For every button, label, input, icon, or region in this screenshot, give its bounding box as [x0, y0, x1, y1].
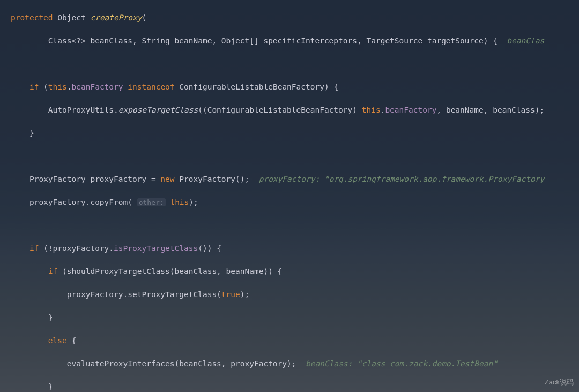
code-line: evaluateProxyInterfaces(beanClass, proxy… — [11, 358, 579, 370]
code-line: if (shouldProxyTargetClass(beanClass, be… — [11, 266, 579, 278]
inline-hint: beanClas — [507, 36, 544, 45]
keyword: protected — [11, 13, 53, 22]
code-line — [11, 151, 579, 162]
code-line: } — [11, 381, 579, 393]
inline-hint: beanClass: "class com.zack.demo.TestBean… — [306, 359, 498, 368]
method-name: createProxy — [90, 13, 142, 22]
code-line — [11, 58, 579, 70]
code-line — [11, 220, 579, 232]
code-line: Class<?> beanClass, String beanName, Obj… — [11, 35, 579, 47]
code-line: else { — [11, 335, 579, 347]
param-hint: other: — [137, 198, 166, 206]
code-line: } — [11, 312, 579, 324]
code-line: if (!proxyFactory.isProxyTargetClass()) … — [11, 243, 579, 255]
code-line: protected Object createProxy( — [11, 12, 579, 24]
code-line: AutoProxyUtils.exposeTargetClass((Config… — [11, 105, 579, 116]
code-line: proxyFactory.setProxyTargetClass(true); — [11, 289, 579, 301]
code-editor[interactable]: protected Object createProxy( Class<?> b… — [0, 0, 579, 392]
watermark: Zack说码 — [545, 376, 574, 388]
code-line: } — [11, 128, 579, 139]
code-line: proxyFactory.copyFrom( other: this); — [11, 197, 579, 209]
code-line: ProxyFactory proxyFactory = new ProxyFac… — [11, 174, 579, 186]
code-line: if (this.beanFactory instanceof Configur… — [11, 82, 579, 93]
inline-hint: proxyFactory: "org.springframework.aop.f… — [259, 175, 545, 183]
